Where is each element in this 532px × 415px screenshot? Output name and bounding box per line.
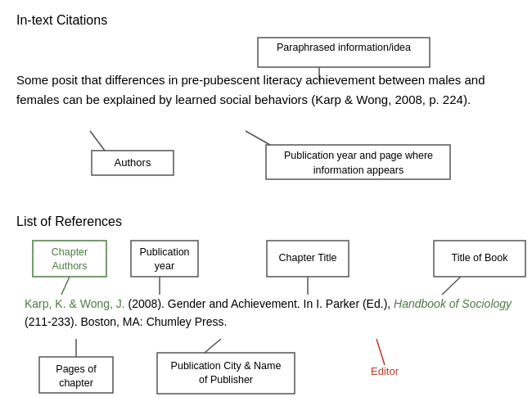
svg-text:Publication City & Name: Publication City & Name — [171, 360, 282, 372]
intext-svg: Paraphrased information/idea Some posit … — [16, 34, 532, 206]
refs-section: List of References Chapter Authors Publi… — [16, 214, 516, 415]
svg-text:Authors: Authors — [115, 156, 151, 169]
svg-line-9 — [246, 131, 270, 145]
svg-text:Title of Book: Title of Book — [451, 252, 508, 264]
svg-rect-27 — [157, 353, 295, 394]
refs-section-title: List of References — [16, 214, 516, 229]
svg-line-33 — [376, 339, 385, 365]
svg-text:information appears: information appears — [313, 165, 404, 176]
svg-text:Editor: Editor — [371, 365, 399, 377]
page: In-text Citations Paraphrased informatio… — [0, 0, 532, 415]
svg-rect-3 — [92, 151, 174, 175]
svg-line-23 — [442, 277, 461, 295]
svg-text:Chapter Title: Chapter Title — [279, 252, 337, 264]
svg-rect-6 — [266, 145, 450, 179]
svg-line-5 — [90, 131, 105, 151]
intext-section-title: In-text Citations — [16, 13, 516, 28]
svg-line-32 — [205, 339, 221, 353]
svg-text:Paraphrased information/idea: Paraphrased information/idea — [277, 42, 411, 53]
svg-text:Publication: Publication — [139, 246, 189, 258]
svg-text:Chapter: Chapter — [52, 246, 88, 258]
svg-text:chapter: chapter — [59, 377, 93, 389]
refs-svg: Chapter Authors Publication year Chapter… — [16, 236, 532, 415]
svg-text:Publication year and page wher: Publication year and page where — [284, 150, 433, 161]
svg-text:of Publisher: of Publisher — [199, 374, 253, 386]
svg-text:year: year — [155, 260, 174, 272]
svg-line-20 — [61, 277, 70, 295]
svg-text:Pages of: Pages of — [56, 363, 97, 375]
svg-rect-0 — [258, 38, 430, 67]
svg-text:Authors: Authors — [52, 260, 87, 272]
intext-section: In-text Citations Paraphrased informatio… — [16, 13, 516, 206]
